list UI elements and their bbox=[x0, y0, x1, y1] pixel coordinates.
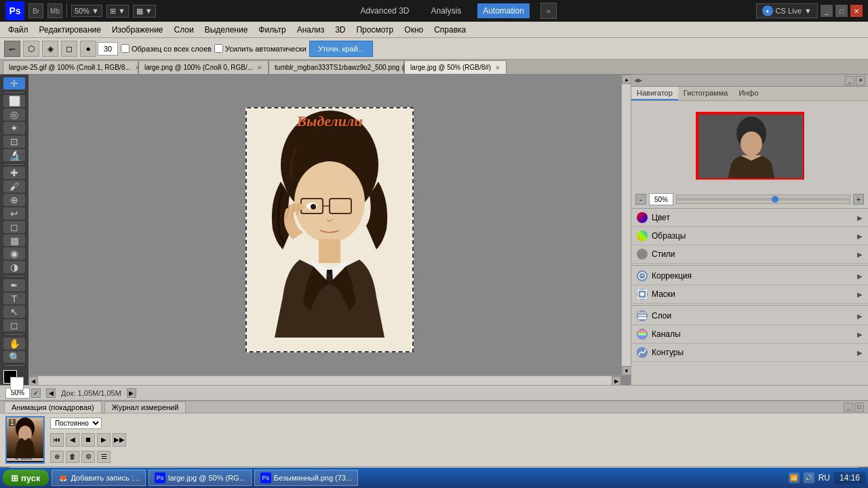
menu-analysis[interactable]: Анализ bbox=[292, 24, 330, 36]
nav-preview[interactable] bbox=[696, 112, 804, 180]
scroll-down-btn[interactable]: ▼ bbox=[622, 366, 631, 375]
tool-zoom[interactable]: 🔍 bbox=[3, 351, 25, 363]
frame-1-thumb[interactable]: 1 0 сек.* bbox=[5, 416, 45, 464]
panel-collapse-btn[interactable]: _ bbox=[845, 76, 854, 85]
anim-minimize-btn[interactable]: _ bbox=[844, 403, 853, 412]
loop-select[interactable]: Постоянно Один раз 3 раза bbox=[50, 418, 102, 429]
maximize-button[interactable]: □ bbox=[835, 5, 848, 17]
panel-item-tsvet[interactable]: Цвет ▶ bbox=[631, 209, 868, 227]
menu-window[interactable]: Окно bbox=[399, 24, 429, 36]
sample-all-label[interactable]: Образец со всех слоев bbox=[121, 44, 212, 53]
panel-item-kontury[interactable]: Контуры ▶ bbox=[631, 344, 868, 362]
anim-expand-btn[interactable]: □ bbox=[854, 403, 864, 412]
panel-item-kanaly[interactable]: Каналы ▶ bbox=[631, 325, 868, 344]
background-color[interactable] bbox=[10, 377, 24, 390]
tool-text[interactable]: T bbox=[3, 293, 25, 305]
workspace-dropdown[interactable]: ▦ ▼ bbox=[133, 5, 156, 18]
menu-image[interactable]: Изображение bbox=[106, 24, 169, 36]
taskbar-item-ps2[interactable]: Ps Безымянный.png (73... bbox=[254, 470, 358, 486]
next-frame-btn[interactable]: ▶▶ bbox=[113, 433, 126, 447]
panel-item-sloi[interactable]: Слои ▶ bbox=[631, 307, 868, 325]
status-info-arrow[interactable]: ▶ bbox=[127, 388, 136, 398]
menu-edit[interactable]: Редактирование bbox=[34, 24, 106, 36]
zoom-dropdown[interactable]: 50% ▼ bbox=[71, 5, 102, 17]
taskbar-item-ps1[interactable]: Ps large.jpg @ 50% (RG... bbox=[149, 470, 252, 486]
tool-clone-stamp[interactable]: ⊕ bbox=[3, 194, 25, 206]
fg-bg-colors[interactable] bbox=[3, 370, 25, 382]
menu-file[interactable]: Файл bbox=[3, 24, 34, 36]
tool-pen[interactable]: ✒ bbox=[3, 279, 25, 291]
panel-item-obraztsy[interactable]: Образцы ▶ bbox=[631, 227, 868, 245]
copy-frame-btn[interactable]: ⊕ bbox=[50, 451, 64, 463]
tool-shape[interactable]: ◻ bbox=[3, 319, 25, 331]
menu-view[interactable]: Просмотр bbox=[351, 24, 399, 36]
scroll-up-btn[interactable]: ▲ bbox=[622, 75, 631, 84]
stop-btn[interactable]: ⏹ bbox=[81, 433, 95, 447]
anim-tab-journal[interactable]: Журнал измерений bbox=[104, 401, 186, 413]
canvas-area[interactable]: Выделили ◀ ▶ ▲ ▼ bbox=[28, 75, 631, 385]
mb-logo[interactable]: Mb bbox=[47, 3, 62, 18]
first-frame-btn[interactable]: ⏮ bbox=[50, 433, 64, 447]
tool-eyedropper[interactable]: 🔬 bbox=[3, 149, 25, 161]
menu-select[interactable]: Выделение bbox=[199, 24, 254, 36]
status-nav-btn[interactable]: ◀ bbox=[46, 388, 56, 398]
panel-item-stili[interactable]: Стили ▶ bbox=[631, 245, 868, 264]
close-button[interactable]: ✕ bbox=[850, 5, 863, 17]
taskbar-item-firefox[interactable]: 🦊 Добавить запись :... bbox=[52, 470, 146, 486]
h-scroll-track[interactable] bbox=[38, 376, 612, 385]
tool-move[interactable]: ✛ bbox=[3, 77, 25, 89]
anim-settings-btn[interactable]: ⚙ bbox=[81, 451, 95, 463]
tab-largue25[interactable]: largue-25.gif @ 100% (Слой 1, RGB/8... ✕ bbox=[3, 60, 138, 74]
tab-histogram[interactable]: Гистограмма bbox=[678, 87, 734, 100]
tool-gradient[interactable]: ▦ bbox=[3, 235, 25, 247]
menu-filter[interactable]: Фильтр bbox=[253, 24, 291, 36]
tool-rectangular-marquee[interactable]: ⬜ bbox=[3, 95, 25, 107]
tool-option1[interactable]: ◻ bbox=[61, 41, 77, 57]
tab-info[interactable]: Инфо bbox=[733, 87, 764, 100]
tool-magnetic-lasso[interactable]: ◈ bbox=[42, 41, 58, 57]
zoom-out-btn[interactable]: - bbox=[635, 194, 646, 205]
prev-frame-btn[interactable]: ◀ bbox=[66, 433, 79, 447]
expand-button[interactable]: » bbox=[540, 3, 557, 19]
close-tab-2[interactable]: ✕ bbox=[257, 64, 262, 71]
h-scrollbar[interactable]: ◀ ▶ bbox=[28, 375, 621, 385]
tool-lasso2[interactable]: ◎ bbox=[3, 108, 25, 121]
sample-all-checkbox[interactable] bbox=[121, 44, 130, 53]
v-scrollbar[interactable]: ▲ ▼ bbox=[621, 75, 631, 375]
analysis-menu[interactable]: Analysis bbox=[425, 3, 467, 18]
automation-menu[interactable]: Automation bbox=[477, 3, 530, 18]
tool-lasso[interactable]: ↽ bbox=[4, 41, 20, 57]
auto-enhance-checkbox[interactable] bbox=[214, 44, 223, 53]
v-scroll-track[interactable] bbox=[622, 84, 631, 366]
tool-brush[interactable]: 🖌 bbox=[3, 180, 25, 192]
auto-enhance-label[interactable]: Усилить автоматически bbox=[214, 44, 307, 53]
zoom-thumb[interactable] bbox=[772, 196, 778, 203]
zoom-slider[interactable] bbox=[676, 195, 850, 204]
menu-3d[interactable]: 3D bbox=[330, 24, 351, 36]
tab-tumblr[interactable]: tumblr_mgban333TS1rbawz9o2_500.png @ 50%… bbox=[269, 60, 404, 74]
tab-largejpg[interactable]: large.jpg @ 50% (RGB/8#) ✕ bbox=[404, 60, 507, 74]
panel-item-maski[interactable]: Маски ▶ bbox=[631, 285, 868, 304]
advanced3d-menu[interactable]: Advanced 3D bbox=[355, 3, 414, 18]
br-logo[interactable]: Br bbox=[28, 3, 43, 18]
tool-crop[interactable]: ⊡ bbox=[3, 136, 25, 148]
zoom-in-btn[interactable]: + bbox=[853, 194, 864, 205]
close-tab-4[interactable]: ✕ bbox=[495, 64, 500, 71]
anim-tab-frame[interactable]: Анимация (покадровая) bbox=[4, 401, 102, 413]
anim-menu-btn[interactable]: ☰ bbox=[97, 451, 111, 463]
play-btn[interactable]: ▶ bbox=[97, 433, 111, 447]
tab-navigator[interactable]: Навигатор bbox=[631, 87, 678, 100]
panel-close-btn[interactable]: ✕ bbox=[856, 76, 865, 85]
menu-layers[interactable]: Слои bbox=[169, 24, 199, 36]
tool-path-selection[interactable]: ↖ bbox=[3, 306, 25, 318]
arrange-dropdown[interactable]: ⊞ ▼ bbox=[106, 5, 129, 18]
scroll-right-btn[interactable]: ▶ bbox=[612, 376, 621, 385]
start-button[interactable]: ⊞ пуск bbox=[3, 470, 49, 486]
size-input[interactable] bbox=[98, 42, 118, 56]
tool-healing[interactable]: ✚ bbox=[3, 167, 25, 179]
refine-edge-button[interactable]: Уточн. край... bbox=[309, 41, 373, 57]
tool-hand[interactable]: ✋ bbox=[3, 338, 25, 350]
tool-quick-selection[interactable]: ✦ bbox=[3, 122, 25, 134]
nav-zoom-input[interactable] bbox=[649, 193, 673, 205]
menu-help[interactable]: Справка bbox=[429, 24, 471, 36]
